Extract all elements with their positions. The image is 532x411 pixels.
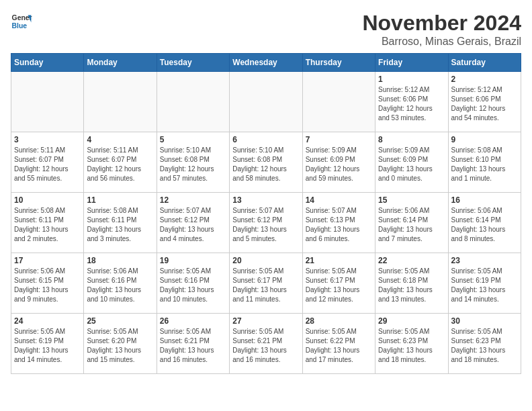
weekday-header-monday: Monday — [84, 54, 157, 72]
calendar-cell: 3Sunrise: 5:11 AM Sunset: 6:07 PM Daylig… — [11, 132, 84, 193]
day-number: 9 — [451, 135, 518, 144]
day-info: Sunrise: 5:05 AM Sunset: 6:20 PM Dayligh… — [87, 327, 153, 365]
day-info: Sunrise: 5:05 AM Sunset: 6:21 PM Dayligh… — [232, 327, 299, 365]
calendar-cell: 24Sunrise: 5:05 AM Sunset: 6:19 PM Dayli… — [11, 314, 84, 374]
weekday-header-tuesday: Tuesday — [157, 54, 229, 72]
logo: General Blue — [11, 11, 32, 32]
day-number: 28 — [306, 316, 372, 326]
day-info: Sunrise: 5:12 AM Sunset: 6:06 PM Dayligh… — [378, 85, 445, 123]
location: Barroso, Minas Gerais, Brazil — [362, 36, 521, 48]
week-row-0: 1Sunrise: 5:12 AM Sunset: 6:06 PM Daylig… — [11, 72, 521, 132]
day-info: Sunrise: 5:05 AM Sunset: 6:23 PM Dayligh… — [451, 327, 518, 365]
calendar-header: SundayMondayTuesdayWednesdayThursdayFrid… — [11, 54, 521, 72]
day-info: Sunrise: 5:05 AM Sunset: 6:23 PM Dayligh… — [378, 327, 445, 365]
calendar-cell — [157, 72, 229, 132]
weekday-header-friday: Friday — [375, 54, 448, 72]
calendar-cell: 19Sunrise: 5:05 AM Sunset: 6:16 PM Dayli… — [157, 253, 229, 314]
day-number: 15 — [378, 195, 445, 205]
calendar-cell: 15Sunrise: 5:06 AM Sunset: 6:14 PM Dayli… — [375, 193, 448, 253]
calendar-cell: 13Sunrise: 5:07 AM Sunset: 6:12 PM Dayli… — [230, 193, 302, 253]
calendar-cell: 21Sunrise: 5:05 AM Sunset: 6:17 PM Dayli… — [302, 253, 375, 314]
day-number: 3 — [14, 135, 81, 144]
weekday-header-saturday: Saturday — [448, 54, 521, 72]
calendar-cell: 29Sunrise: 5:05 AM Sunset: 6:23 PM Dayli… — [375, 314, 448, 374]
day-number: 18 — [87, 256, 153, 265]
calendar-cell: 28Sunrise: 5:05 AM Sunset: 6:22 PM Dayli… — [302, 314, 375, 374]
calendar-cell: 1Sunrise: 5:12 AM Sunset: 6:06 PM Daylig… — [375, 72, 448, 132]
day-number: 10 — [14, 195, 81, 205]
day-number: 23 — [451, 256, 518, 265]
day-info: Sunrise: 5:06 AM Sunset: 6:16 PM Dayligh… — [87, 267, 153, 304]
calendar-cell — [230, 72, 302, 132]
day-info: Sunrise: 5:08 AM Sunset: 6:11 PM Dayligh… — [87, 206, 153, 244]
calendar-cell: 4Sunrise: 5:11 AM Sunset: 6:07 PM Daylig… — [84, 132, 157, 193]
day-number: 24 — [14, 316, 81, 326]
calendar-cell: 20Sunrise: 5:05 AM Sunset: 6:17 PM Dayli… — [230, 253, 302, 314]
calendar-cell — [302, 72, 375, 132]
day-info: Sunrise: 5:10 AM Sunset: 6:08 PM Dayligh… — [160, 146, 226, 183]
calendar-cell: 12Sunrise: 5:07 AM Sunset: 6:12 PM Dayli… — [157, 193, 229, 253]
day-info: Sunrise: 5:07 AM Sunset: 6:13 PM Dayligh… — [306, 206, 372, 244]
day-number: 19 — [160, 256, 226, 265]
svg-text:Blue: Blue — [12, 22, 28, 30]
title-area: November 2024 Barroso, Minas Gerais, Bra… — [362, 11, 521, 48]
day-number: 12 — [160, 195, 226, 205]
day-info: Sunrise: 5:05 AM Sunset: 6:21 PM Dayligh… — [160, 327, 226, 365]
calendar-cell: 27Sunrise: 5:05 AM Sunset: 6:21 PM Dayli… — [230, 314, 302, 374]
week-row-2: 10Sunrise: 5:08 AM Sunset: 6:11 PM Dayli… — [11, 193, 521, 253]
day-info: Sunrise: 5:09 AM Sunset: 6:09 PM Dayligh… — [306, 146, 372, 183]
day-number: 2 — [451, 75, 518, 84]
day-number: 26 — [160, 316, 226, 326]
day-number: 22 — [378, 256, 445, 265]
day-info: Sunrise: 5:12 AM Sunset: 6:06 PM Dayligh… — [451, 85, 518, 123]
calendar-body: 1Sunrise: 5:12 AM Sunset: 6:06 PM Daylig… — [11, 72, 521, 374]
calendar-cell: 23Sunrise: 5:05 AM Sunset: 6:19 PM Dayli… — [448, 253, 521, 314]
day-info: Sunrise: 5:05 AM Sunset: 6:16 PM Dayligh… — [160, 267, 226, 304]
calendar-cell: 26Sunrise: 5:05 AM Sunset: 6:21 PM Dayli… — [157, 314, 229, 374]
logo-icon: General Blue — [11, 11, 32, 32]
day-number: 30 — [451, 316, 518, 326]
day-number: 29 — [378, 316, 445, 326]
calendar-cell: 14Sunrise: 5:07 AM Sunset: 6:13 PM Dayli… — [302, 193, 375, 253]
calendar-cell: 5Sunrise: 5:10 AM Sunset: 6:08 PM Daylig… — [157, 132, 229, 193]
day-info: Sunrise: 5:08 AM Sunset: 6:10 PM Dayligh… — [451, 146, 518, 183]
calendar-cell: 25Sunrise: 5:05 AM Sunset: 6:20 PM Dayli… — [84, 314, 157, 374]
week-row-3: 17Sunrise: 5:06 AM Sunset: 6:15 PM Dayli… — [11, 253, 521, 314]
day-number: 14 — [306, 195, 372, 205]
month-title: November 2024 — [362, 11, 521, 36]
week-row-4: 24Sunrise: 5:05 AM Sunset: 6:19 PM Dayli… — [11, 314, 521, 374]
weekday-header-wednesday: Wednesday — [230, 54, 302, 72]
calendar-cell — [84, 72, 157, 132]
day-number: 8 — [378, 135, 445, 144]
calendar-cell: 22Sunrise: 5:05 AM Sunset: 6:18 PM Dayli… — [375, 253, 448, 314]
day-info: Sunrise: 5:07 AM Sunset: 6:12 PM Dayligh… — [160, 206, 226, 244]
calendar: SundayMondayTuesdayWednesdayThursdayFrid… — [11, 53, 521, 374]
day-number: 6 — [232, 135, 299, 144]
calendar-cell: 16Sunrise: 5:06 AM Sunset: 6:14 PM Dayli… — [448, 193, 521, 253]
day-info: Sunrise: 5:06 AM Sunset: 6:14 PM Dayligh… — [378, 206, 445, 244]
day-info: Sunrise: 5:05 AM Sunset: 6:19 PM Dayligh… — [451, 267, 518, 304]
day-info: Sunrise: 5:05 AM Sunset: 6:17 PM Dayligh… — [306, 267, 372, 304]
day-number: 4 — [87, 135, 153, 144]
calendar-cell: 17Sunrise: 5:06 AM Sunset: 6:15 PM Dayli… — [11, 253, 84, 314]
calendar-cell: 8Sunrise: 5:09 AM Sunset: 6:09 PM Daylig… — [375, 132, 448, 193]
day-number: 13 — [232, 195, 299, 205]
day-info: Sunrise: 5:08 AM Sunset: 6:11 PM Dayligh… — [14, 206, 81, 244]
calendar-cell — [11, 72, 84, 132]
day-number: 5 — [160, 135, 226, 144]
day-number: 7 — [306, 135, 372, 144]
day-number: 20 — [232, 256, 299, 265]
calendar-cell: 18Sunrise: 5:06 AM Sunset: 6:16 PM Dayli… — [84, 253, 157, 314]
day-number: 1 — [378, 75, 445, 84]
calendar-cell: 6Sunrise: 5:10 AM Sunset: 6:08 PM Daylig… — [230, 132, 302, 193]
week-row-1: 3Sunrise: 5:11 AM Sunset: 6:07 PM Daylig… — [11, 132, 521, 193]
weekday-header-row: SundayMondayTuesdayWednesdayThursdayFrid… — [11, 54, 521, 72]
weekday-header-thursday: Thursday — [302, 54, 375, 72]
day-number: 21 — [306, 256, 372, 265]
calendar-cell: 30Sunrise: 5:05 AM Sunset: 6:23 PM Dayli… — [448, 314, 521, 374]
day-info: Sunrise: 5:11 AM Sunset: 6:07 PM Dayligh… — [87, 146, 153, 183]
day-info: Sunrise: 5:06 AM Sunset: 6:15 PM Dayligh… — [14, 267, 81, 304]
day-info: Sunrise: 5:05 AM Sunset: 6:17 PM Dayligh… — [232, 267, 299, 304]
day-number: 27 — [232, 316, 299, 326]
day-info: Sunrise: 5:11 AM Sunset: 6:07 PM Dayligh… — [14, 146, 81, 183]
